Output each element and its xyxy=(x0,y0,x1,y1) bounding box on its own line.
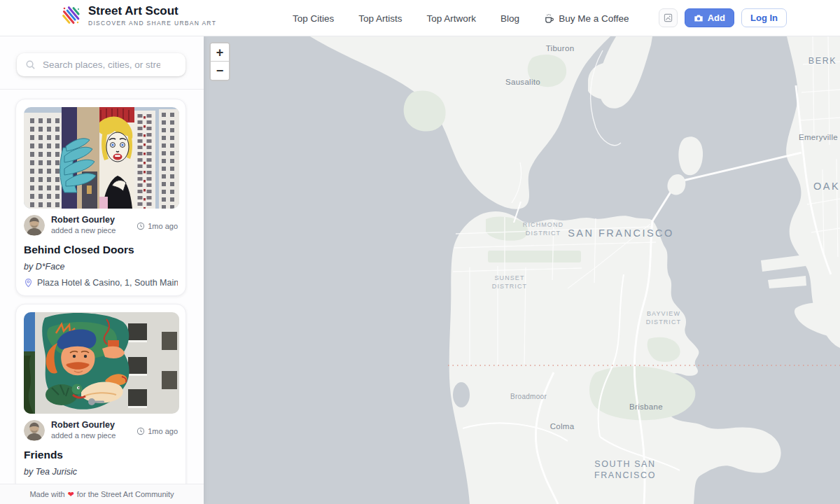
search-input[interactable] xyxy=(17,53,186,76)
brand-subtitle: DISCOVER AND SHARE URBAN ART xyxy=(88,20,216,27)
map-label-san-francisco: SAN FRANCISCO xyxy=(568,227,674,239)
coffee-icon xyxy=(544,13,554,24)
artwork-artist: by D*Face xyxy=(24,262,178,272)
feed-list: Robert Gourley added a new piece 1mo ago… xyxy=(0,90,204,486)
artwork-title: Behind Closed Doors xyxy=(24,244,178,256)
nav-blog[interactable]: Blog xyxy=(500,13,519,24)
map-label-south-sf: SOUTH SAN FRANCISCO xyxy=(580,458,671,482)
map-label-berkeley: BERK xyxy=(808,56,836,66)
search-box xyxy=(17,53,186,76)
map-zoom-control: + − xyxy=(209,42,230,81)
main-nav: Top Cities Top Artists Top Artwork Blog … xyxy=(293,0,629,36)
brand[interactable]: Street Art Scout DISCOVER AND SHARE URBA… xyxy=(62,4,216,27)
pin-icon xyxy=(24,278,33,288)
header-actions: Add Log In xyxy=(659,8,787,27)
map-label-bayview: BAYVIEW DISTRICT xyxy=(635,310,692,326)
artwork-image xyxy=(24,107,179,209)
user-action: added a new piece xyxy=(51,430,115,440)
timestamp: 1mo ago xyxy=(136,221,178,230)
artwork-artist: by Tea Jurisic xyxy=(24,467,178,477)
nav-top-cities[interactable]: Top Cities xyxy=(293,13,334,24)
map-label-richmond: RICHMOND DISTRICT xyxy=(514,221,572,237)
map-label-oakland: OAK xyxy=(813,181,840,192)
user-action: added a new piece xyxy=(51,225,115,235)
image-placeholder-icon xyxy=(664,13,673,22)
artwork-location: Plaza Hotel & Casino, 1, South Main Stre… xyxy=(24,278,178,288)
map-label-brisbane: Brisbane xyxy=(629,402,663,411)
camera-icon xyxy=(694,13,704,23)
header: Street Art Scout DISCOVER AND SHARE URBA… xyxy=(0,0,840,36)
artwork-title: Friends xyxy=(24,449,178,461)
map-label-sausalito: Sausalito xyxy=(505,78,540,86)
user-avatar[interactable] xyxy=(24,215,45,236)
heart-icon: ❤ xyxy=(68,490,74,499)
user-name: Robert Gourley xyxy=(51,420,115,430)
zoom-out-button[interactable]: − xyxy=(211,62,229,80)
artwork-image xyxy=(24,312,179,414)
map-label-broadmoor: Broadmoor xyxy=(510,393,547,400)
map-label-sunset: SUNSET DISTRICT xyxy=(481,274,538,290)
sidebar: Robert Gourley added a new piece 1mo ago… xyxy=(0,36,204,504)
brand-title: Street Art Scout xyxy=(88,4,216,18)
nav-top-artwork[interactable]: Top Artwork xyxy=(427,13,477,24)
clock-icon xyxy=(136,427,145,435)
add-button[interactable]: Add xyxy=(685,8,734,27)
map-label-colma: Colma xyxy=(550,422,575,430)
user-name: Robert Gourley xyxy=(51,215,115,225)
timestamp: 1mo ago xyxy=(136,426,178,435)
search-icon xyxy=(25,59,36,70)
map-label-tiburon: Tiburon xyxy=(546,44,575,52)
zoom-in-button[interactable]: + xyxy=(211,43,229,62)
user-avatar[interactable] xyxy=(24,420,45,441)
artwork-card[interactable]: Robert Gourley added a new piece 1mo ago… xyxy=(15,304,186,486)
login-button[interactable]: Log In xyxy=(741,8,787,27)
sidebar-footer: Made with ❤ for the Street Art Community xyxy=(0,484,204,504)
clock-icon xyxy=(136,222,145,230)
brand-logo-icon xyxy=(62,6,81,25)
nav-top-artists[interactable]: Top Artists xyxy=(358,13,402,24)
street-art-scout-app: Street Art Scout DISCOVER AND SHARE URBA… xyxy=(0,0,840,504)
artwork-card[interactable]: Robert Gourley added a new piece 1mo ago… xyxy=(15,99,186,296)
nav-buy-me-a-coffee[interactable]: Buy Me a Coffee xyxy=(544,13,629,24)
map[interactable]: Tiburon Sausalito BERK Emeryville OAK RI… xyxy=(204,36,840,504)
map-label-emeryville: Emeryville xyxy=(799,133,838,141)
map-tiles xyxy=(204,36,840,504)
theme-image-button[interactable] xyxy=(659,8,678,27)
